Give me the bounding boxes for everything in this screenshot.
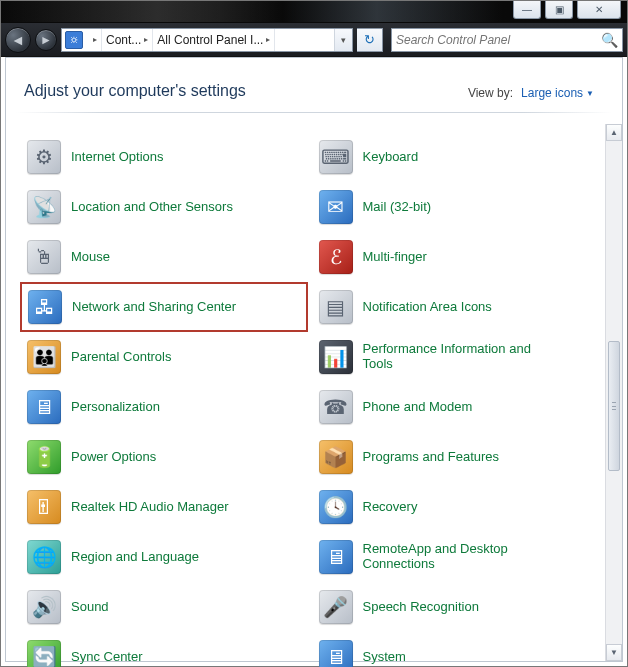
cp-item-parental-controls[interactable]: 👪Parental Controls — [20, 332, 308, 382]
cp-item-sync-center[interactable]: 🔄Sync Center — [20, 632, 308, 667]
breadcrumb-label: Cont... — [106, 33, 141, 47]
cp-item-network-sharing-center[interactable]: 🖧Network and Sharing Center — [20, 282, 308, 332]
vertical-scrollbar[interactable]: ▲ ▼ — [605, 124, 622, 661]
search-box[interactable]: 🔍 — [391, 28, 623, 52]
cp-item-label: Phone and Modem — [363, 400, 473, 415]
back-button[interactable]: ◄ — [5, 27, 31, 53]
cp-item-label: Mouse — [71, 250, 110, 265]
programs-features-icon: 📦 — [319, 440, 353, 474]
recovery-icon: 🕓 — [319, 490, 353, 524]
cp-item-power-options[interactable]: 🔋Power Options — [20, 432, 308, 482]
realtek-audio-manager-icon: 🎚 — [27, 490, 61, 524]
performance-info-tools-icon: 📊 — [319, 340, 353, 374]
chevron-right-icon: ▸ — [144, 35, 148, 44]
region-language-icon: 🌐 — [27, 540, 61, 574]
cp-item-label: RemoteApp and Desktop Connections — [363, 542, 543, 572]
view-by: View by: Large icons ▼ — [468, 86, 594, 100]
cp-item-label: Power Options — [71, 450, 156, 465]
cp-item-label: Sound — [71, 600, 109, 615]
cp-item-label: Speech Recognition — [363, 600, 479, 615]
location-sensors-icon: 📡 — [27, 190, 61, 224]
cp-item-multi-finger[interactable]: ℰMulti-finger — [312, 232, 600, 282]
cp-item-location-sensors[interactable]: 📡Location and Other Sensors — [20, 182, 308, 232]
cp-item-label: Location and Other Sensors — [71, 200, 233, 215]
scroll-thumb[interactable] — [608, 341, 620, 471]
keyboard-icon: ⌨ — [319, 140, 353, 174]
cp-item-region-language[interactable]: 🌐Region and Language — [20, 532, 308, 582]
sync-center-icon: 🔄 — [27, 640, 61, 667]
chevron-down-icon: ▼ — [586, 89, 594, 98]
cp-item-speech-recognition[interactable]: 🎤Speech Recognition — [312, 582, 600, 632]
breadcrumb-seg-1[interactable]: All Control Panel I... ▸ — [153, 29, 275, 51]
mail-32bit-icon: ✉ — [319, 190, 353, 224]
separator — [16, 112, 612, 113]
cp-item-label: Performance Information and Tools — [363, 342, 543, 372]
items-grid: ⚙Internet Options⌨Keyboard📡Location and … — [6, 124, 605, 661]
maximize-button[interactable]: ▣ — [545, 1, 573, 19]
breadcrumb-seg-0[interactable]: Cont... ▸ — [102, 29, 153, 51]
remoteapp-desktop-icon: 🖥 — [319, 540, 353, 574]
cp-item-realtek-audio-manager[interactable]: 🎚Realtek HD Audio Manager — [20, 482, 308, 532]
minimize-button[interactable]: — — [513, 1, 541, 19]
search-icon[interactable]: 🔍 — [601, 32, 618, 48]
address-dropdown[interactable]: ▾ — [334, 29, 352, 51]
cp-item-label: Keyboard — [363, 150, 419, 165]
cp-item-mail-32bit[interactable]: ✉Mail (32-bit) — [312, 182, 600, 232]
control-panel-window: — ▣ ✕ ◄ ► ⛭ ▸ Cont... ▸ All Control Pane… — [0, 0, 628, 667]
cp-item-recovery[interactable]: 🕓Recovery — [312, 482, 600, 532]
page-title: Adjust your computer's settings — [24, 82, 246, 100]
cp-item-keyboard[interactable]: ⌨Keyboard — [312, 132, 600, 182]
cp-item-label: Recovery — [363, 500, 418, 515]
cp-item-label: Internet Options — [71, 150, 164, 165]
cp-item-label: System — [363, 650, 406, 665]
header-row: Adjust your computer's settings View by:… — [6, 58, 622, 112]
notification-area-icons-icon: ▤ — [319, 290, 353, 324]
address-bar[interactable]: ⛭ ▸ Cont... ▸ All Control Panel I... ▸ ▾ — [61, 28, 353, 52]
search-input[interactable] — [396, 33, 601, 47]
cp-item-personalization[interactable]: 🖥Personalization — [20, 382, 308, 432]
breadcrumb-arrow-root[interactable]: ▸ — [86, 29, 102, 51]
cp-item-label: Sync Center — [71, 650, 143, 665]
multi-finger-icon: ℰ — [319, 240, 353, 274]
cp-item-sound[interactable]: 🔊Sound — [20, 582, 308, 632]
cp-item-label: Network and Sharing Center — [72, 300, 236, 315]
cp-item-phone-modem[interactable]: ☎Phone and Modem — [312, 382, 600, 432]
cp-item-notification-area-icons[interactable]: ▤Notification Area Icons — [312, 282, 600, 332]
cp-item-label: Notification Area Icons — [363, 300, 492, 315]
breadcrumb-label: All Control Panel I... — [157, 33, 263, 47]
personalization-icon: 🖥 — [27, 390, 61, 424]
view-by-dropdown[interactable]: Large icons ▼ — [521, 86, 594, 100]
cp-item-label: Programs and Features — [363, 450, 500, 465]
cp-item-label: Region and Language — [71, 550, 199, 565]
scroll-down-button[interactable]: ▼ — [606, 644, 622, 661]
internet-options-icon: ⚙ — [27, 140, 61, 174]
sound-icon: 🔊 — [27, 590, 61, 624]
network-sharing-center-icon: 🖧 — [28, 290, 62, 324]
refresh-button[interactable]: ↻ — [357, 28, 383, 52]
view-by-label: View by: — [468, 86, 513, 100]
forward-button[interactable]: ► — [35, 29, 57, 51]
chevron-right-icon: ▸ — [266, 35, 270, 44]
cp-item-mouse[interactable]: 🖱Mouse — [20, 232, 308, 282]
mouse-icon: 🖱 — [27, 240, 61, 274]
control-panel-icon: ⛭ — [65, 31, 83, 49]
scroll-track[interactable] — [606, 141, 622, 644]
titlebar: — ▣ ✕ — [1, 1, 627, 23]
power-options-icon: 🔋 — [27, 440, 61, 474]
cp-item-label: Personalization — [71, 400, 160, 415]
scroll-up-button[interactable]: ▲ — [606, 124, 622, 141]
cp-item-label: Parental Controls — [71, 350, 171, 365]
close-button[interactable]: ✕ — [577, 1, 621, 19]
cp-item-performance-info-tools[interactable]: 📊Performance Information and Tools — [312, 332, 600, 382]
cp-item-remoteapp-desktop[interactable]: 🖥RemoteApp and Desktop Connections — [312, 532, 600, 582]
cp-item-label: Multi-finger — [363, 250, 427, 265]
scroll-area: ⚙Internet Options⌨Keyboard📡Location and … — [6, 124, 622, 661]
cp-item-label: Realtek HD Audio Manager — [71, 500, 229, 515]
cp-item-programs-features[interactable]: 📦Programs and Features — [312, 432, 600, 482]
cp-item-internet-options[interactable]: ⚙Internet Options — [20, 132, 308, 182]
phone-modem-icon: ☎ — [319, 390, 353, 424]
content-frame: Adjust your computer's settings View by:… — [5, 57, 623, 662]
cp-item-system[interactable]: 🖥System — [312, 632, 600, 667]
navigation-bar: ◄ ► ⛭ ▸ Cont... ▸ All Control Panel I...… — [1, 23, 627, 57]
speech-recognition-icon: 🎤 — [319, 590, 353, 624]
